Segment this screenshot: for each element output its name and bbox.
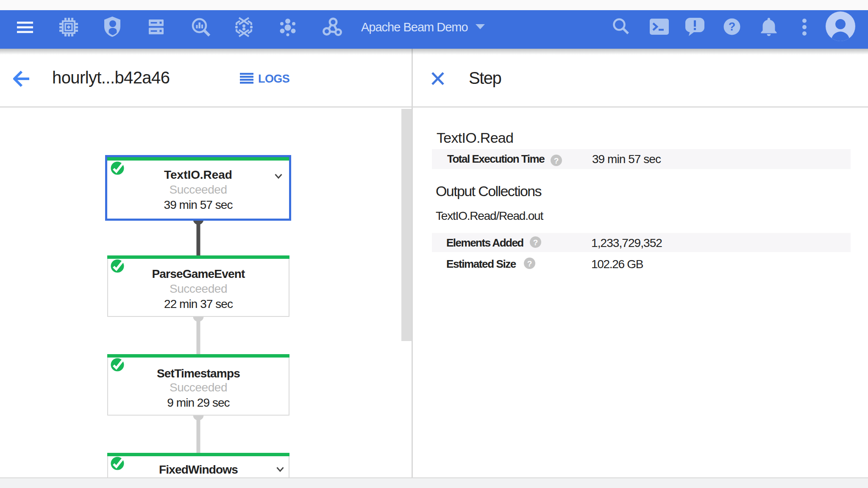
svg-text:?: ?	[533, 238, 538, 247]
svg-text:?: ?	[527, 259, 532, 268]
svg-text:?: ?	[729, 20, 736, 33]
svg-text:?: ?	[554, 156, 559, 165]
